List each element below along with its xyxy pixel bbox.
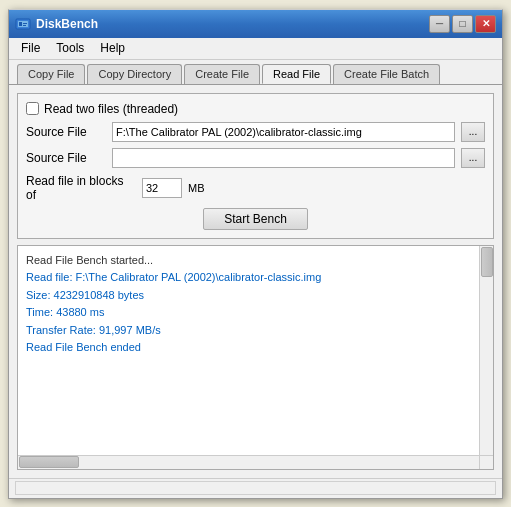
- lower-panel: Read File Bench started... Read file: F:…: [17, 245, 494, 470]
- source-file-1-row: Source File ...: [26, 122, 485, 142]
- output-line-0: Read File Bench started...: [26, 252, 485, 270]
- output-line-7: Read File Bench ended: [26, 339, 485, 357]
- svg-rect-4: [23, 25, 26, 26]
- tab-read-file[interactable]: Read File: [262, 64, 331, 84]
- menu-file[interactable]: File: [13, 39, 48, 57]
- threaded-row: Read two files (threaded): [26, 102, 485, 116]
- close-button[interactable]: ✕: [475, 15, 496, 33]
- scrollbar-corner: [479, 455, 493, 469]
- menu-bar: File Tools Help: [9, 38, 502, 60]
- output-line-5: Transfer Rate: 91,997 MB/s: [26, 322, 485, 340]
- horizontal-scrollbar-thumb[interactable]: [19, 456, 79, 468]
- start-bench-button[interactable]: Start Bench: [203, 208, 308, 230]
- tab-copy-file[interactable]: Copy File: [17, 64, 85, 84]
- start-btn-row: Start Bench: [26, 208, 485, 230]
- blocks-row: Read file in blocks of MB: [26, 174, 485, 202]
- title-bar: DiskBench ─ □ ✕: [9, 10, 502, 38]
- svg-rect-3: [23, 23, 27, 24]
- app-icon: [15, 16, 31, 32]
- vertical-scrollbar[interactable]: [479, 246, 493, 455]
- main-content: Read two files (threaded) Source File ..…: [9, 85, 502, 478]
- svg-rect-2: [19, 22, 22, 26]
- source-file-2-input[interactable]: [112, 148, 455, 168]
- threaded-checkbox[interactable]: [26, 102, 39, 115]
- maximize-button[interactable]: □: [452, 15, 473, 33]
- menu-tools[interactable]: Tools: [48, 39, 92, 57]
- main-window: DiskBench ─ □ ✕ File Tools Help Copy Fil…: [8, 9, 503, 499]
- browse-1-button[interactable]: ...: [461, 122, 485, 142]
- source-file-1-input[interactable]: [112, 122, 455, 142]
- output-line-4: Time: 43880 ms: [26, 304, 485, 322]
- window-title: DiskBench: [36, 17, 429, 31]
- tab-create-file[interactable]: Create File: [184, 64, 260, 84]
- output-content: Read File Bench started... Read file: F:…: [18, 246, 493, 469]
- tab-create-file-batch[interactable]: Create File Batch: [333, 64, 440, 84]
- source-file-2-row: Source File ...: [26, 148, 485, 168]
- mb-label: MB: [188, 182, 205, 194]
- blocks-label: Read file in blocks of: [26, 174, 136, 202]
- source-file-2-label: Source File: [26, 151, 106, 165]
- status-panel: [15, 481, 496, 495]
- menu-help[interactable]: Help: [92, 39, 133, 57]
- horizontal-scrollbar[interactable]: [18, 455, 479, 469]
- status-bar: [9, 478, 502, 498]
- vertical-scrollbar-thumb[interactable]: [481, 247, 493, 277]
- tab-bar: Copy File Copy Directory Create File Rea…: [9, 60, 502, 85]
- tab-copy-directory[interactable]: Copy Directory: [87, 64, 182, 84]
- output-line-3: Size: 4232910848 bytes: [26, 287, 485, 305]
- upper-panel: Read two files (threaded) Source File ..…: [17, 93, 494, 239]
- browse-2-button[interactable]: ...: [461, 148, 485, 168]
- blocks-input[interactable]: [142, 178, 182, 198]
- source-file-1-label: Source File: [26, 125, 106, 139]
- window-controls: ─ □ ✕: [429, 15, 496, 33]
- output-line-2: Read file: F:\The Calibrator PAL (2002)\…: [26, 269, 485, 287]
- threaded-label: Read two files (threaded): [44, 102, 178, 116]
- minimize-button[interactable]: ─: [429, 15, 450, 33]
